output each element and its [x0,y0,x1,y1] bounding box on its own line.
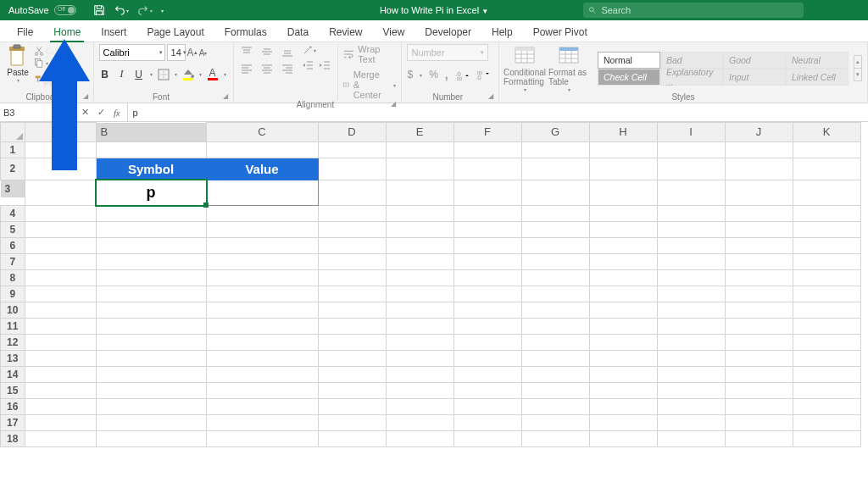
col-header-B[interactable]: B [97,123,206,141]
underline-button[interactable]: U [133,69,145,80]
tab-review[interactable]: Review [319,23,372,42]
cell[interactable] [25,398,96,414]
cell[interactable] [25,286,96,302]
cell[interactable] [453,398,521,414]
cell[interactable] [25,221,96,237]
row-header-2[interactable]: 2 [1,158,25,180]
row-header-3[interactable]: 3 [1,180,25,197]
cell[interactable] [521,141,589,158]
percent-format-icon[interactable]: % [429,69,438,80]
style-neutral[interactable]: Neutral [786,52,849,69]
cell[interactable] [25,180,96,205]
cell[interactable] [318,430,386,446]
cell[interactable] [25,318,96,334]
font-size-select[interactable]: 14▾ [167,44,186,61]
cell[interactable] [793,269,860,286]
cell[interactable] [96,141,206,158]
cell[interactable] [386,141,453,158]
conditional-formatting-button[interactable]: Conditional Formatting▾ [504,44,545,92]
cell[interactable] [96,269,206,286]
cell[interactable] [793,414,860,430]
row-header-8[interactable]: 8 [1,269,25,286]
cell[interactable] [589,269,657,286]
cell[interactable] [793,141,860,158]
cancel-edit-icon[interactable]: ✕ [81,107,89,118]
cell[interactable] [725,180,793,205]
search-input[interactable] [601,5,798,15]
cell[interactable] [318,366,386,382]
number-format-select[interactable]: Number▾ [407,44,488,61]
cell[interactable] [206,318,318,334]
align-top-icon[interactable] [239,44,254,59]
col-header-F[interactable]: F [453,123,521,142]
cell[interactable] [589,205,657,221]
style-good[interactable]: Good [723,52,786,69]
cell[interactable] [206,286,318,302]
style-explanatory[interactable]: Explanatory ... [660,69,723,86]
cell[interactable] [25,366,96,382]
name-box[interactable]: B3▼ [0,103,75,121]
cell[interactable] [589,141,657,158]
cell[interactable] [657,350,725,366]
cell[interactable] [25,302,96,318]
cell[interactable] [206,253,318,269]
cell[interactable] [725,269,793,286]
align-bottom-icon[interactable] [280,44,295,59]
cell[interactable] [386,350,453,366]
cell[interactable] [521,286,589,302]
cell[interactable] [206,398,318,414]
cell[interactable] [453,237,521,253]
cell[interactable] [453,158,521,180]
cell[interactable] [96,350,206,366]
cell[interactable] [453,141,521,158]
cell[interactable] [206,366,318,382]
cell[interactable] [725,141,793,158]
cell[interactable] [521,237,589,253]
cell[interactable] [96,398,206,414]
cell[interactable] [96,221,206,237]
tab-page-layout[interactable]: Page Layout [136,23,214,42]
cell[interactable] [793,430,860,446]
cell[interactable] [453,366,521,382]
cell[interactable] [206,269,318,286]
cell[interactable] [386,366,453,382]
shrink-font-icon[interactable]: A▾ [199,48,208,58]
cell[interactable] [589,158,657,180]
cell[interactable] [657,141,725,158]
col-header-G[interactable]: G [521,123,589,142]
cell[interactable] [386,269,453,286]
cell[interactable] [386,221,453,237]
cell[interactable] [657,318,725,334]
cell[interactable] [206,221,318,237]
cell[interactable] [206,302,318,318]
row-header-17[interactable]: 17 [1,414,25,430]
fill-color-button[interactable] [182,69,194,80]
cell[interactable] [725,366,793,382]
cell[interactable] [589,221,657,237]
col-header-A[interactable]: A [25,123,96,142]
cell[interactable] [386,158,453,180]
spreadsheet-grid[interactable]: A B C D E F G H I J K 12SymbolValue3p456… [0,122,868,488]
cell-styles-gallery[interactable]: Normal Bad Good Neutral Check Cell Expla… [598,52,849,86]
cell[interactable] [657,430,725,446]
cell[interactable] [318,237,386,253]
cell[interactable] [96,334,206,350]
cell[interactable] [589,237,657,253]
cell[interactable] [725,334,793,350]
cell[interactable] [793,334,860,350]
cell[interactable] [96,302,206,318]
cell[interactable] [386,237,453,253]
comma-format-icon[interactable]: , [445,68,448,81]
cell[interactable] [589,318,657,334]
bold-button[interactable]: B [99,69,111,80]
cell[interactable] [453,302,521,318]
undo-icon[interactable]: ▾ [114,4,129,16]
cell[interactable] [318,180,386,205]
cell[interactable] [318,158,386,180]
font-name-select[interactable]: Calibri▾ [99,44,165,61]
cell[interactable] [453,334,521,350]
cell[interactable] [725,398,793,414]
cell[interactable] [206,141,318,158]
cell[interactable] [206,382,318,398]
cell[interactable] [25,382,96,398]
